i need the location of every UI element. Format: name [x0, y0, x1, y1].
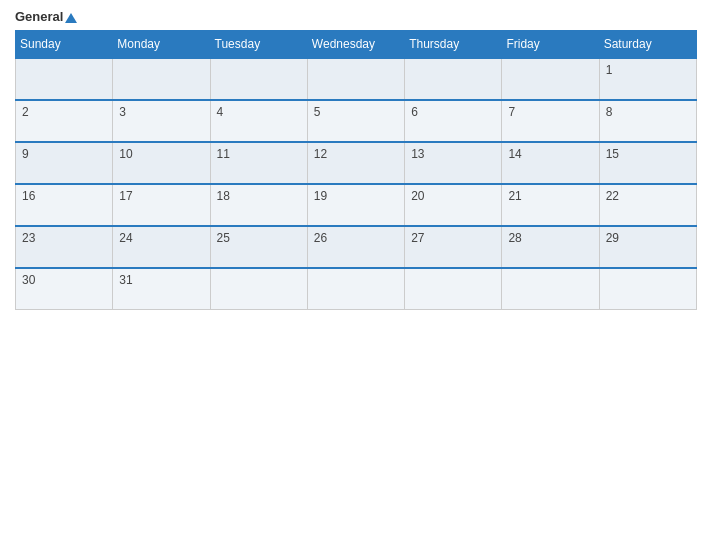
calendar-body: 1234567891011121314151617181920212223242… — [16, 58, 697, 310]
calendar-cell: 7 — [502, 100, 599, 142]
calendar-cell — [599, 268, 696, 310]
calendar-cell: 10 — [113, 142, 210, 184]
calendar-cell — [307, 58, 404, 100]
calendar-cell: 4 — [210, 100, 307, 142]
calendar-cell — [405, 268, 502, 310]
calendar-cell — [16, 58, 113, 100]
day-header-monday: Monday — [113, 31, 210, 59]
calendar-cell: 12 — [307, 142, 404, 184]
logo-general-text: General — [15, 10, 77, 24]
calendar-cell: 15 — [599, 142, 696, 184]
calendar-cell: 1 — [599, 58, 696, 100]
calendar-header: SundayMondayTuesdayWednesdayThursdayFrid… — [16, 31, 697, 59]
calendar-cell: 28 — [502, 226, 599, 268]
week-row-4: 23242526272829 — [16, 226, 697, 268]
calendar-cell: 24 — [113, 226, 210, 268]
week-row-3: 16171819202122 — [16, 184, 697, 226]
calendar-cell: 6 — [405, 100, 502, 142]
calendar-cell: 13 — [405, 142, 502, 184]
calendar-cell: 23 — [16, 226, 113, 268]
calendar-cell: 20 — [405, 184, 502, 226]
day-header-sunday: Sunday — [16, 31, 113, 59]
calendar-cell: 16 — [16, 184, 113, 226]
calendar-cell: 22 — [599, 184, 696, 226]
day-header-thursday: Thursday — [405, 31, 502, 59]
day-header-saturday: Saturday — [599, 31, 696, 59]
calendar-cell — [307, 268, 404, 310]
calendar-page: General SundayMondayTuesdayWednesdayThur… — [0, 0, 712, 550]
calendar-cell — [502, 268, 599, 310]
calendar-cell: 26 — [307, 226, 404, 268]
calendar-cell: 11 — [210, 142, 307, 184]
calendar-cell — [405, 58, 502, 100]
days-row: SundayMondayTuesdayWednesdayThursdayFrid… — [16, 31, 697, 59]
calendar-cell — [210, 268, 307, 310]
calendar-cell: 25 — [210, 226, 307, 268]
header: General — [15, 10, 697, 24]
week-row-2: 9101112131415 — [16, 142, 697, 184]
week-row-1: 2345678 — [16, 100, 697, 142]
calendar-cell: 5 — [307, 100, 404, 142]
calendar-cell: 3 — [113, 100, 210, 142]
calendar-cell: 14 — [502, 142, 599, 184]
calendar-cell: 27 — [405, 226, 502, 268]
calendar-cell — [210, 58, 307, 100]
calendar-cell: 18 — [210, 184, 307, 226]
day-header-friday: Friday — [502, 31, 599, 59]
week-row-5: 3031 — [16, 268, 697, 310]
logo: General — [15, 10, 77, 24]
calendar-cell: 19 — [307, 184, 404, 226]
calendar-cell — [113, 58, 210, 100]
week-row-0: 1 — [16, 58, 697, 100]
calendar-cell: 9 — [16, 142, 113, 184]
calendar-cell: 31 — [113, 268, 210, 310]
calendar-table: SundayMondayTuesdayWednesdayThursdayFrid… — [15, 30, 697, 310]
calendar-cell: 2 — [16, 100, 113, 142]
day-header-wednesday: Wednesday — [307, 31, 404, 59]
day-header-tuesday: Tuesday — [210, 31, 307, 59]
calendar-cell: 21 — [502, 184, 599, 226]
calendar-cell: 30 — [16, 268, 113, 310]
logo-triangle-icon — [65, 13, 77, 23]
calendar-cell — [502, 58, 599, 100]
calendar-cell: 8 — [599, 100, 696, 142]
calendar-cell: 29 — [599, 226, 696, 268]
calendar-cell: 17 — [113, 184, 210, 226]
